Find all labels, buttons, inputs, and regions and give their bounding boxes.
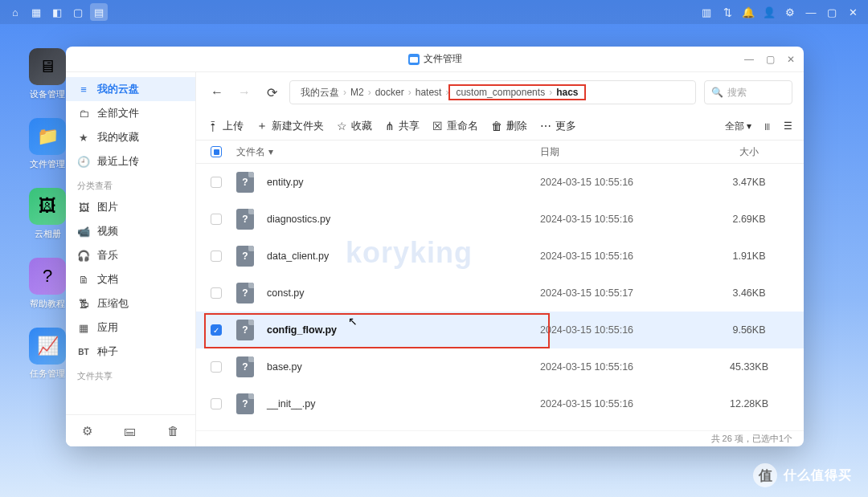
win-minimize-icon[interactable]: — <box>743 53 755 66</box>
row-checkbox[interactable] <box>211 214 222 225</box>
column-date[interactable]: 日期 <box>540 145 709 159</box>
breadcrumb-part[interactable]: hatest <box>413 87 444 98</box>
row-checkbox[interactable] <box>211 361 222 373</box>
file-row[interactable]: ? base.py 2024-03-15 10:55:16 45.33KB <box>196 348 804 385</box>
chevron-right-icon: › <box>366 87 373 98</box>
row-checkbox[interactable] <box>211 177 222 188</box>
sidebar-cat-应用[interactable]: ▦应用 <box>66 316 195 340</box>
rename-button[interactable]: ☒重命名 <box>432 119 478 133</box>
file-row[interactable]: ? data_client.py 2024-03-15 10:55:16 1.9… <box>196 238 804 275</box>
footer-watermark: 值 什么值得买 <box>753 463 852 487</box>
row-checkbox[interactable] <box>211 251 222 262</box>
delete-button[interactable]: 🗑删除 <box>491 119 527 133</box>
file-list: ? entity.py 2024-03-15 10:55:16 3.47KB ?… <box>196 164 804 430</box>
view-list-icon[interactable]: ☰ <box>784 120 792 132</box>
file-row[interactable]: ? __init__.py 2024-03-15 10:55:16 12.28K… <box>196 385 804 422</box>
file-icon: ? <box>236 393 262 414</box>
tb-bell-icon[interactable]: 🔔 <box>739 3 757 21</box>
file-date: 2024-03-15 10:55:16 <box>540 214 709 225</box>
file-icon: ? <box>236 209 262 230</box>
column-size[interactable]: 大小 <box>709 145 789 159</box>
file-name: __init__.py <box>262 398 540 409</box>
settings-icon[interactable]: ⚙ <box>82 424 92 438</box>
sidebar-section-label: 文件共享 <box>66 364 195 385</box>
row-checkbox[interactable] <box>211 287 222 299</box>
breadcrumb-part[interactable]: custom_components <box>453 87 547 98</box>
file-name: base.py <box>262 361 540 373</box>
share-button[interactable]: ⋔共享 <box>385 119 420 133</box>
breadcrumb-part[interactable]: 我的云盘 <box>298 86 342 100</box>
tb-app1-icon[interactable]: ◧ <box>48 3 66 21</box>
svg-rect-0 <box>410 57 418 63</box>
trash-icon: 🗑 <box>491 120 502 132</box>
file-row[interactable]: ? const.py 2024-03-15 10:55:17 3.46KB <box>196 275 804 312</box>
tb-maximize-icon[interactable]: ▢ <box>823 3 841 21</box>
share-icon: ⋔ <box>385 120 395 132</box>
tb-home-icon[interactable]: ⌂ <box>6 3 24 21</box>
tb-close-icon[interactable]: ✕ <box>844 3 862 21</box>
tb-apps-icon[interactable]: ▦ <box>27 3 45 21</box>
breadcrumb-part[interactable]: docker <box>373 87 407 98</box>
file-date: 2024-03-15 10:55:17 <box>540 287 709 299</box>
sidebar-icon: 🕘 <box>77 156 90 168</box>
sidebar-cat-视频[interactable]: 📹视频 <box>66 219 195 243</box>
row-checkbox[interactable] <box>211 398 222 409</box>
tb-settings-icon[interactable]: ⚙ <box>781 3 799 21</box>
sidebar-cat-音乐[interactable]: 🎧音乐 <box>66 243 195 267</box>
nav-back-icon[interactable]: ← <box>207 83 227 102</box>
plus-icon: ＋ <box>256 119 268 133</box>
tb-user-icon[interactable]: 👤 <box>760 3 778 21</box>
file-date: 2024-03-15 10:55:16 <box>540 398 709 409</box>
win-close-icon[interactable]: ✕ <box>784 53 797 66</box>
tb-transfer-icon[interactable]: ⇅ <box>719 3 736 21</box>
desktop-icon-文件管理[interactable]: 📁文件管理 <box>27 118 68 170</box>
select-all-checkbox[interactable] <box>211 146 222 157</box>
sidebar-item-我的收藏[interactable]: ★我的收藏 <box>66 125 195 149</box>
win-maximize-icon[interactable]: ▢ <box>764 53 776 66</box>
upload-button[interactable]: ⭱上传 <box>207 119 244 133</box>
sidebar-cat-图片[interactable]: 🖼图片 <box>66 195 195 219</box>
file-size: 3.46KB <box>709 287 789 299</box>
tb-filemanager-icon[interactable]: ▤ <box>90 3 108 21</box>
file-row[interactable]: ✓ ? config_flow.py 2024-03-15 10:55:16 9… <box>196 312 804 348</box>
sidebar-cat-压缩包[interactable]: 🗜压缩包 <box>66 291 195 316</box>
column-name[interactable]: 文件名▾ <box>236 145 540 159</box>
file-row[interactable]: ? diagnostics.py 2024-03-15 10:55:16 2.6… <box>196 201 804 238</box>
sidebar-cat-文档[interactable]: 🗎文档 <box>66 267 195 291</box>
file-date: 2024-03-15 10:55:16 <box>540 177 709 188</box>
sidebar-icon: 🗀 <box>77 108 90 120</box>
tb-app2-icon[interactable]: ▢ <box>69 3 87 21</box>
tb-grid-icon[interactable]: ▥ <box>698 3 715 21</box>
file-row[interactable]: ? entity.py 2024-03-15 10:55:16 3.47KB <box>196 164 804 201</box>
sort-icon[interactable]: ⫼ <box>763 120 772 132</box>
desktop-icons: 🖥设备管理📁文件管理🖼云相册?帮助教程📈任务管理 <box>27 48 68 380</box>
nav-refresh-icon[interactable]: ⟳ <box>262 83 281 102</box>
chevron-right-icon: › <box>407 87 413 98</box>
file-name: entity.py <box>262 177 540 188</box>
breadcrumb-part[interactable]: M2 <box>348 87 366 98</box>
trash-icon[interactable]: 🗑 <box>167 424 179 438</box>
desktop-icon-云相册[interactable]: 🖼云相册 <box>27 188 68 240</box>
search-input[interactable]: 🔍 搜索 <box>704 80 792 104</box>
sidebar-item-我的云盘[interactable]: ≡我的云盘 <box>66 77 195 101</box>
sidebar-item-最近上传[interactable]: 🕘最近上传 <box>66 149 195 173</box>
desktop-icon-任务管理[interactable]: 📈任务管理 <box>27 328 68 380</box>
file-date: 2024-03-15 10:55:16 <box>540 324 709 336</box>
desktop-icon-设备管理[interactable]: 🖥设备管理 <box>27 48 68 100</box>
favorite-button[interactable]: ☆收藏 <box>337 119 372 133</box>
sidebar-item-全部文件[interactable]: 🗀全部文件 <box>66 101 195 125</box>
tb-minimize-icon[interactable]: — <box>802 3 820 21</box>
storage-icon[interactable]: 🖴 <box>124 424 136 438</box>
sidebar-cat-种子[interactable]: BT种子 <box>66 340 195 364</box>
row-checkbox[interactable]: ✓ <box>211 324 222 336</box>
nav-forward-icon[interactable]: → <box>235 83 254 102</box>
search-icon: 🔍 <box>711 87 723 98</box>
desktop-icon-帮助教程[interactable]: ?帮助教程 <box>27 258 68 310</box>
filter-dropdown[interactable]: 全部▾ <box>725 120 751 133</box>
main-panel: ← → ⟳ 我的云盘›M2›docker›hatest›custom_compo… <box>196 72 804 446</box>
file-size: 1.91KB <box>709 251 789 262</box>
breadcrumb-part[interactable]: hacs <box>554 87 580 98</box>
sidebar-icon: ★ <box>77 132 90 144</box>
new-folder-button[interactable]: ＋新建文件夹 <box>256 119 324 133</box>
more-button[interactable]: ⋯更多 <box>540 119 576 133</box>
